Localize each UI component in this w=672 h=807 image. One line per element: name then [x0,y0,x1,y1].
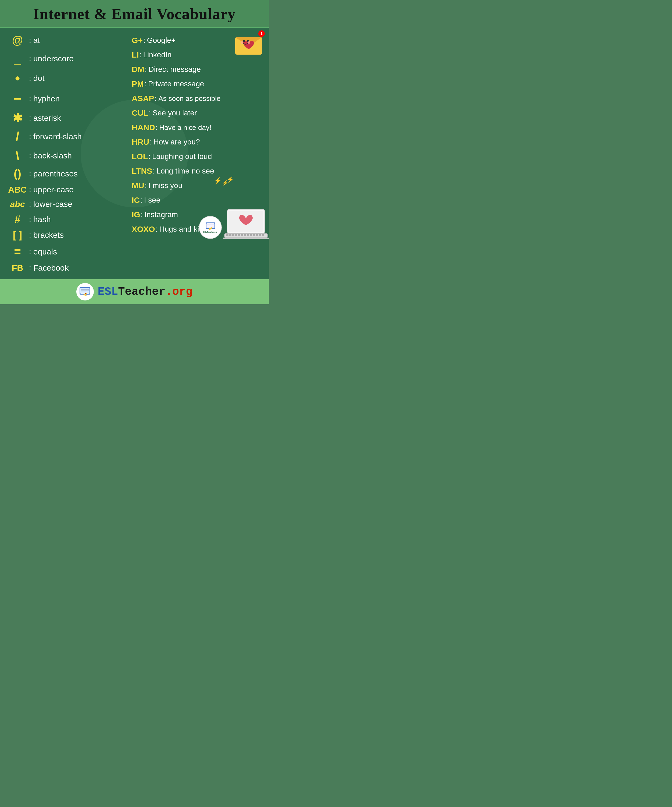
symbol-equals: = [8,245,27,259]
symbol-fb: FB [8,263,27,273]
abbr-gplus: G+ [132,36,143,45]
abbr-xoxo: XOXO [132,224,155,234]
colon: : [29,231,31,239]
symbol-asterisk: ✱ [8,111,27,125]
abbr-cul: CUL [132,108,148,118]
definition-equals: equals [33,247,57,256]
colon: : [29,151,31,160]
footer-esl: ESL [98,286,118,298]
abbr-lol: LOL [132,152,148,161]
list-item: FB : Facebook [8,261,126,275]
definition-hyphen: hyphen [33,94,60,103]
footer-teacher: Teacher [118,286,165,298]
svg-rect-15 [244,234,246,236]
symbol-parentheses: () [8,167,27,180]
colon: : [29,74,31,83]
definition-asterisk: asterisk [33,113,61,123]
svg-rect-21 [262,234,264,236]
def-hru: How are you? [154,138,200,146]
colon: : [29,114,31,122]
list-item: ✱ : asterisk [8,109,126,127]
colon: : [29,215,31,224]
svg-rect-22 [223,237,269,239]
footer-brand: ESLTeacher.org [98,286,193,298]
def-ltns: Long time no see [156,167,214,175]
symbol-slash: / [8,129,27,144]
abbr-hru: HRU [132,138,149,147]
colon: : [29,247,31,256]
abbr-ltns: LTNS [132,166,152,176]
list-item: LTNS : Long time no see [132,164,266,178]
svg-rect-14 [241,234,243,236]
def-pm: Private message [148,80,204,88]
svg-rect-18 [253,234,255,236]
list-item: ASAP : As soon as possible [132,91,266,106]
svg-rect-12 [235,234,237,236]
page-title: Internet & Email Vocabulary [5,5,263,23]
definition-dot: dot [33,74,45,83]
list-item: − : hyphen [8,88,126,109]
definition-fb: Facebook [33,263,69,272]
colon: : [29,185,31,194]
svg-rect-13 [238,234,240,236]
right-column: 1 G+ : Google+ LI : LinkedIn DM : Direct… [129,30,269,277]
symbol-hyphen: − [8,91,27,107]
definition-at: at [33,36,40,45]
definition-uppercase: upper-case [33,185,74,194]
def-gplus: Google+ [147,36,176,45]
definition-parentheses: parentheses [33,169,78,178]
list-item: HRU : How are you? [132,135,266,149]
abbr-asap: ASAP [132,94,154,103]
abbr-hand: HAND [132,123,155,132]
list-item: LOL : Laughing out loud [132,149,266,164]
two-column-layout: @ : at _ : underscore • : dot − : [0,30,269,277]
colon: : [29,169,31,178]
abbr-mu: MU [132,181,144,190]
abbr-ig: IG [132,210,140,219]
colon: : [29,264,31,272]
svg-rect-11 [232,234,234,236]
symbol-abc-upper: ABC [8,185,27,195]
colon: : [29,200,31,208]
notification-badge: 1 [258,30,265,37]
list-item: \ : back-slash [8,146,126,165]
symbol-hash: # [8,214,27,225]
symbol-underscore: _ [8,51,27,66]
laptop-illustration [220,207,269,250]
list-item: HAND : Have a nice day! [132,120,266,135]
list-item: MU : I miss you ⚡ ⚡ ⚡ [132,178,266,193]
def-ig: Instagram [144,210,178,219]
symbol-brackets: [ ] [8,229,27,241]
svg-rect-17 [250,234,252,236]
def-ic: I see [144,196,161,204]
left-column: @ : at _ : underscore • : dot − : [0,30,129,277]
def-mu: I miss you [148,181,182,190]
header: Internet & Email Vocabulary [0,0,269,28]
svg-point-2 [243,40,245,42]
colon: : [29,95,31,103]
svg-point-5 [248,41,250,44]
def-lol: Laughing out loud [152,152,212,161]
symbol-backslash: \ [8,148,27,163]
symbol-dot: • [8,70,27,86]
def-dm: Direct message [148,65,201,74]
svg-rect-10 [229,234,232,236]
def-hand: Have a nice day! [159,123,211,132]
symbol-abc-lower: abc [8,199,27,209]
list-item: • : dot [8,68,126,88]
def-asap: As soon as possible [158,95,220,103]
svg-rect-16 [247,234,249,236]
definition-backslash: back-slash [33,151,72,160]
abbr-li: LI [132,50,139,60]
svg-point-4 [240,41,243,44]
list-item: # : hash [8,211,126,227]
definition-hash: hash [33,215,51,224]
definition-slash: forward-slash [33,132,82,141]
colon: : [29,54,31,63]
definition-lowercase: lower-case [33,199,72,209]
colon: : [29,36,31,45]
def-li: LinkedIn [143,51,172,59]
footer-org: .org [166,286,193,298]
list-item: IC : I see [132,193,266,208]
def-cul: See you later [152,109,197,117]
